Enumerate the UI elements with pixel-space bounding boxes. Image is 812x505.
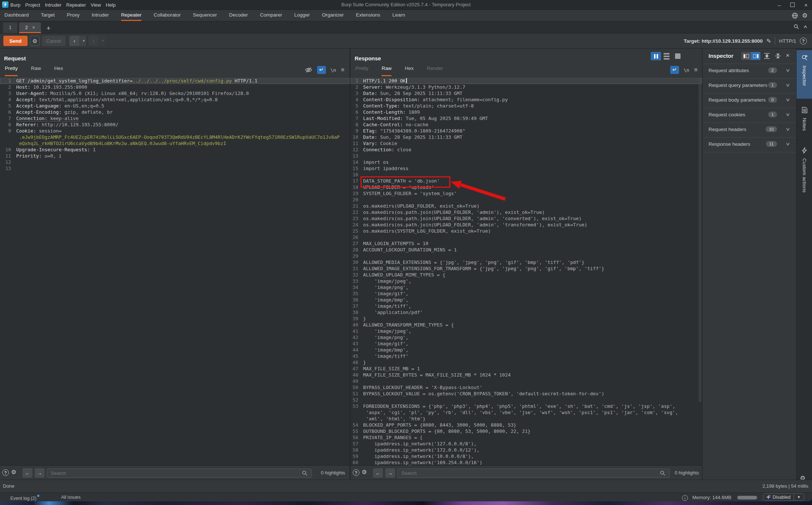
tab-target[interactable]: Target	[41, 10, 55, 21]
inspector-section-request-body-parameters[interactable]: Request body parameters0∨	[703, 93, 796, 108]
newline-chars-toggle[interactable]: \n	[684, 67, 689, 73]
rail-tab-notes[interactable]: Notes	[797, 102, 812, 137]
code-row[interactable]: 24os.makedirs(os.path.join(UPLOAD_FOLDER…	[351, 222, 702, 228]
menu-repeater[interactable]: Repeater	[66, 2, 86, 8]
code-row[interactable]: 37 'image/tiff',	[351, 303, 702, 309]
previous-dropdown-icon[interactable]: ▼	[80, 36, 86, 46]
code-row[interactable]: 12Connection: close	[351, 146, 702, 153]
scrollbar[interactable]	[699, 78, 702, 465]
code-row[interactable]: 26	[351, 234, 702, 240]
code-row[interactable]: 56PRIVATE_IP_RANGES = [	[351, 434, 702, 441]
menu-intruder[interactable]: Intruder	[45, 2, 61, 8]
tab-repeater[interactable]: Repeater	[121, 10, 142, 21]
code-row[interactable]: 8Cache-Control: no-cache	[351, 121, 702, 128]
tab-extensions[interactable]: Extensions	[356, 10, 380, 21]
code-row[interactable]: 48MAX_FILE_SIZE_BYTES = MAX_FILE_SIZE_MB…	[351, 372, 702, 378]
layout-rows-icon[interactable]	[664, 52, 672, 60]
event-log-button[interactable]: Event log (2)	[10, 495, 39, 501]
code-row[interactable]: 14import os	[351, 159, 702, 165]
code-row[interactable]: 54BLOCKED_APP_PORTS = {8080, 8443, 3000,…	[351, 422, 702, 428]
request-tab-hex[interactable]: Hex	[54, 66, 63, 76]
code-row[interactable]: 2Server: Werkzeug/3.1.3 Python/3.12.7	[351, 84, 702, 90]
code-row[interactable]: 44 'image/bmp',	[351, 347, 702, 353]
tab-sequencer[interactable]: Sequencer	[193, 10, 217, 21]
code-row[interactable]: 59 ipaddress.ip_network('10.0.0.0/8'),	[351, 453, 702, 459]
code-row[interactable]: 31ALLOWED_IMAGE_EXTENSIONS_FOR_TRANSFORM…	[351, 265, 702, 272]
editor-menu-icon[interactable]: ≡	[694, 67, 697, 73]
code-row[interactable]: 15import ipaddress	[351, 165, 702, 172]
code-row[interactable]: 1HTTP/1.1 200 OK	[351, 78, 702, 84]
code-row[interactable]: 6Accept-Encoding: gzip, deflate, br	[0, 109, 349, 115]
code-row[interactable]: 11Vary: Cookie	[351, 140, 702, 146]
collapse-chevron-icon[interactable]: ∧	[803, 24, 808, 29]
code-row[interactable]: 10Date: Sun, 28 Sep 2025 11:11:33 GMT	[351, 134, 702, 140]
code-row[interactable]: 8Referer: http://10.129.193.255:8000/	[0, 121, 349, 128]
code-row[interactable]: 13	[351, 153, 702, 159]
code-row[interactable]: 7Connection: keep-alive	[0, 115, 349, 121]
search-input[interactable]	[397, 469, 670, 478]
tab-intruder[interactable]: Intruder	[92, 10, 109, 21]
eye-off-icon[interactable]	[305, 67, 312, 73]
menu-burp[interactable]: Burp	[10, 2, 20, 8]
send-button[interactable]: Send	[3, 36, 28, 46]
code-row[interactable]: 19SYSTEM_LOG_FOLDER = 'system_logs'	[351, 190, 702, 197]
code-row[interactable]: .eJw9jbEOgzAMRP_Fc4UEZcpER74iMolLLSUGxc6…	[0, 134, 349, 140]
code-row[interactable]: 60 ipaddress.ip_network('169.254.0.0/16'…	[351, 459, 702, 465]
repeater-tab-2[interactable]: 2×	[19, 22, 41, 33]
code-row[interactable]: 5Content-Type: text/plain; charset=utf-8	[351, 103, 702, 109]
code-row[interactable]: 50BYPASS_LOCKOUT_HEADER = 'X-Bypass-Lock…	[351, 384, 702, 391]
search-next-button[interactable]: →	[35, 468, 45, 478]
search-input[interactable]	[47, 469, 312, 478]
code-row[interactable]: 4Content-Disposition: attachment; filena…	[351, 96, 702, 103]
close-tab-icon[interactable]: ×	[32, 25, 35, 30]
code-row[interactable]: 20	[351, 197, 702, 203]
http-version-label[interactable]: HTTP/1	[779, 38, 796, 44]
layout-single-icon[interactable]	[675, 53, 681, 59]
search-settings-gear-icon[interactable]: ⚙	[362, 469, 367, 476]
request-tab-raw[interactable]: Raw	[31, 66, 41, 76]
next-request-button[interactable]: ›	[88, 36, 99, 46]
code-row[interactable]: 3User-Agent: Mozilla/5.0 (X11; Linux x86…	[0, 90, 349, 96]
dock-right-icon[interactable]	[751, 52, 760, 60]
code-row[interactable]: 7Last-Modified: Tue, 05 Aug 2025 08:59:4…	[351, 115, 702, 121]
search-previous-button[interactable]: ←	[22, 468, 32, 478]
close-icon[interactable]: ×	[786, 52, 790, 59]
search-help-icon[interactable]: ?	[353, 469, 359, 476]
code-row[interactable]: 52	[351, 397, 702, 403]
code-row[interactable]: 21os.makedirs(UPLOAD_FOLDER, exist_ok=Tr…	[351, 203, 702, 209]
code-row[interactable]: 29	[351, 253, 702, 259]
search-previous-button[interactable]: ←	[373, 468, 383, 478]
code-row[interactable]: 58 ipaddress.ip_network('172.0.0.0/12'),	[351, 447, 702, 453]
search-settings-gear-icon[interactable]: ⚙	[11, 469, 16, 476]
response-tab-hex[interactable]: Hex	[405, 66, 414, 76]
code-row[interactable]: 13	[0, 165, 349, 172]
code-row[interactable]: 41 'image/jpeg',	[351, 328, 702, 334]
code-row[interactable]: 5Accept-Language: en-US,en;q=0.5	[0, 103, 349, 109]
code-row[interactable]: 10Upgrade-Insecure-Requests: 1	[0, 146, 349, 153]
tab-dashboard[interactable]: Dashboard	[4, 10, 29, 21]
dock-left-icon[interactable]	[741, 52, 751, 60]
pause-intercept-button[interactable]	[651, 52, 661, 60]
code-row[interactable]: 30ALLOWED_MEDIA_EXTENSIONS = {'jpg', 'jp…	[351, 259, 702, 265]
tab-collaborator[interactable]: Collaborator	[154, 10, 181, 21]
code-row[interactable]: 34 'image/png',	[351, 284, 702, 290]
word-wrap-toggle[interactable]: ↵	[317, 66, 326, 74]
inspector-section-response-headers[interactable]: Response headers11∨	[703, 137, 796, 152]
newline-chars-toggle[interactable]: \n	[331, 67, 336, 73]
code-row[interactable]: 35 'image/gif',	[351, 290, 702, 297]
inspector-section-request-headers[interactable]: Request headers10∨	[703, 123, 796, 138]
code-row[interactable]: 9Cookie: session=	[0, 128, 349, 134]
collapse-all-icon[interactable]	[775, 53, 781, 59]
response-tab-pretty[interactable]: Pretty	[355, 66, 368, 76]
settings-gear-icon[interactable]: ⚙	[802, 12, 808, 20]
code-row[interactable]: 27MAX_LOGIN_ATTEMPTS = 10	[351, 240, 702, 247]
code-row[interactable]: 2Host: 10.129.193.255:8000	[0, 84, 349, 90]
code-row[interactable]: 38 'application/pdf'	[351, 309, 702, 315]
code-row[interactable]: 39}	[351, 315, 702, 322]
code-row[interactable]: 33 'image/jpeg',	[351, 278, 702, 284]
tab-decoder[interactable]: Decoder	[229, 10, 248, 21]
code-row[interactable]: 11Priority: u=0, i	[0, 153, 349, 159]
code-row[interactable]: 4Accept: text/html,application/xhtml+xml…	[0, 96, 349, 103]
next-dropdown-icon[interactable]: ▼	[99, 36, 105, 46]
tab-logger[interactable]: Logger	[294, 10, 310, 21]
